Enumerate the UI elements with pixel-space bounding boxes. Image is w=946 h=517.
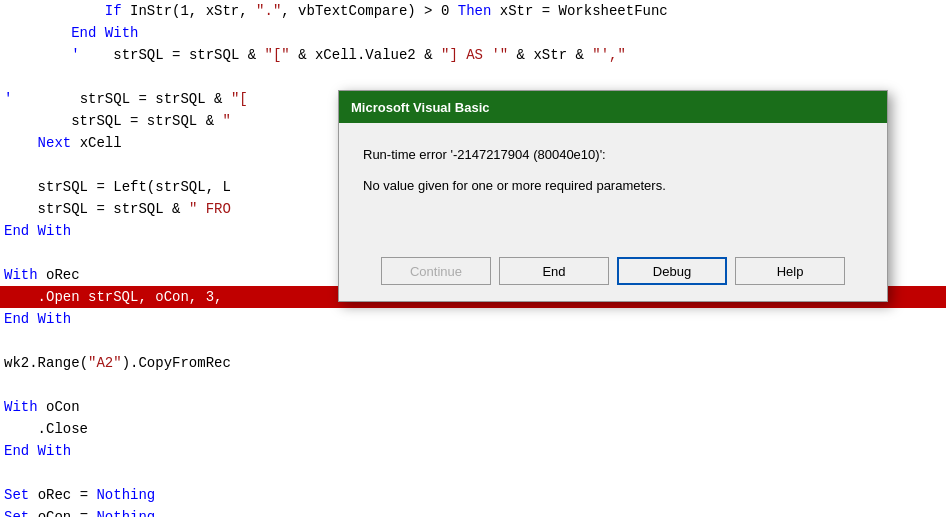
debug-button[interactable]: Debug xyxy=(617,257,727,285)
error-code-text: Run-time error '-2147217904 (80040e10)': xyxy=(363,147,863,162)
dialog-title: Microsoft Visual Basic xyxy=(351,100,489,115)
continue-button[interactable]: Continue xyxy=(381,257,491,285)
dialog-titlebar: Microsoft Visual Basic xyxy=(339,91,887,123)
help-button[interactable]: Help xyxy=(735,257,845,285)
error-message-text: No value given for one or more required … xyxy=(363,178,863,193)
dialog-button-row: Continue End Debug Help xyxy=(339,249,887,301)
error-dialog: Microsoft Visual Basic Run-time error '-… xyxy=(338,90,888,302)
dialog-body: Run-time error '-2147217904 (80040e10)':… xyxy=(339,123,887,249)
end-button[interactable]: End xyxy=(499,257,609,285)
modal-overlay: Microsoft Visual Basic Run-time error '-… xyxy=(0,0,946,517)
